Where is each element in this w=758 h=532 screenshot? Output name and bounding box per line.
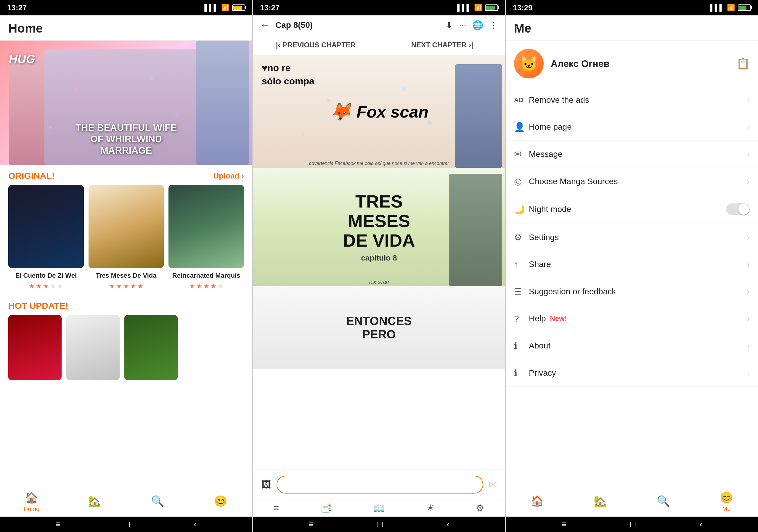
menu-item-about[interactable]: ℹ About › <box>506 332 758 359</box>
comments-button[interactable]: ··· <box>459 20 466 30</box>
home-nav-label: Home <box>24 506 39 513</box>
message-chevron: › <box>747 150 750 159</box>
ads-chevron: › <box>747 95 750 105</box>
me-nav-library[interactable]: 🏡 <box>569 487 632 516</box>
manga-title-3: Reincarnated Marquis <box>168 272 244 280</box>
manga-title-2: Tres Meses De Vida <box>88 272 164 280</box>
reader-nav-menu[interactable]: ≡ <box>274 503 279 514</box>
back-btn-me[interactable]: ‹ <box>699 519 702 529</box>
menu-item-remove-ads[interactable]: AD Remove the ads › <box>506 87 758 114</box>
avatar: 🐱 <box>514 49 544 79</box>
manga-card-3[interactable]: Reincarnated Marquis ★ ★ ★ ★ ★ <box>168 185 244 290</box>
language-button[interactable]: 🌐 <box>472 20 483 30</box>
hero-label: HUG <box>9 52 35 66</box>
reader-nav-page[interactable]: 📖 <box>373 502 385 514</box>
next-chapter-button[interactable]: NEXT CHAPTER ›| <box>379 35 505 55</box>
nav-me[interactable]: 😊 <box>189 487 252 516</box>
manga-thumb-3 <box>168 185 244 268</box>
hot-manga-row <box>0 315 252 386</box>
time-reader: 13:27 <box>260 3 280 13</box>
hot-thumb-1[interactable] <box>8 315 62 380</box>
reader-nav-chapters[interactable]: 📑 <box>320 502 332 514</box>
manga-thumb-2 <box>88 185 164 268</box>
profile-edit-button[interactable]: 📋 <box>737 57 750 70</box>
ads-icon: AD <box>514 96 529 104</box>
about-chevron: › <box>747 341 750 350</box>
hot-thumb-2[interactable] <box>66 315 120 380</box>
menu-item-settings[interactable]: ⚙ Settings › <box>506 224 758 251</box>
me-nav-me-label: Me <box>722 506 731 513</box>
menu-item-help[interactable]: ? Help New! › <box>506 305 758 332</box>
reader-back-button[interactable]: ← <box>260 19 269 30</box>
menu-item-message[interactable]: ✉ Message › <box>506 141 758 168</box>
fox-scan-caption: fox scan <box>253 279 505 285</box>
menu-item-homepage[interactable]: 👤 Home page › <box>506 114 758 141</box>
comment-input[interactable] <box>277 476 483 493</box>
hot-thumb-3[interactable] <box>124 315 178 380</box>
me-nav-home[interactable]: 🏠 <box>506 487 569 516</box>
menu-btn-home[interactable]: ≡ <box>56 519 60 529</box>
home-nav-icon: 🏠 <box>25 491 38 504</box>
status-bar-me: 13:29 ▌▌▌ 📶 <box>506 0 758 16</box>
me-nav-me[interactable]: 😊 Me <box>695 487 758 516</box>
menu-item-privacy[interactable]: ℹ Privacy › <box>506 359 758 387</box>
upload-link[interactable]: Upload › <box>214 171 244 181</box>
manga-stars-2: ★ ★ ★ ★ ★ <box>88 283 164 290</box>
settings-label: Settings <box>529 233 747 242</box>
share-chevron: › <box>747 260 750 269</box>
me-nav-icon: 😊 <box>214 495 227 508</box>
menu-item-share[interactable]: ↑ Share › <box>506 251 758 278</box>
phone-reader: 13:27 ▌▌▌ 📶 ← Cap 8(50) ⬇ ··· 🌐 ⋮ |‹ PRE… <box>252 0 505 532</box>
manga-grid: El Cuento De Zi Wei ★ ★ ★ ★ ★ Tres Meses… <box>0 185 252 296</box>
menu-item-manga-sources[interactable]: ◎ Choose Manga Sources › <box>506 168 758 195</box>
phone-home: 13:27 ▌▌▌ 📶 Home HUG THE BEAUTIFUL WIFEO… <box>0 0 252 532</box>
menu-item-feedback[interactable]: ☰ Suggestion or feedback › <box>506 278 758 305</box>
page1-advert: advertencia Facebook me odia así que noc… <box>253 161 505 166</box>
menu-item-night-mode[interactable]: 🌙 Night mode <box>506 195 758 224</box>
back-btn-home[interactable]: ‹ <box>194 519 196 529</box>
signal-me: ▌▌▌ <box>710 4 724 12</box>
night-label: Night mode <box>529 205 726 214</box>
nav-home[interactable]: 🏠 Home <box>0 487 63 516</box>
manga-card-1[interactable]: El Cuento De Zi Wei ★ ★ ★ ★ ★ <box>8 185 84 290</box>
me-nav-library-icon: 🏡 <box>594 495 607 508</box>
message-icon: ✉ <box>514 149 529 159</box>
settings-chevron: › <box>747 233 750 242</box>
prev-chapter-button[interactable]: |‹ PREVIOUS CHAPTER <box>253 35 379 55</box>
wifi-me: 📶 <box>727 4 735 12</box>
wifi-reader: 📶 <box>474 4 482 12</box>
page1-text: ♥no resólo compa <box>262 61 314 88</box>
me-header: Me <box>506 16 758 41</box>
manga-page-2: TRESMESESDE VIDA capitulo 8 fox scan <box>253 168 505 286</box>
me-bottom-nav: 🏠 🏡 🔍 😊 Me <box>506 487 758 516</box>
nav-library[interactable]: 🏡 <box>63 487 126 516</box>
feedback-chevron: › <box>747 287 750 296</box>
recents-btn-me[interactable]: □ <box>630 519 636 529</box>
profile-section: 🐱 Алекс Огнев 📋 <box>506 41 758 87</box>
manga-card-2[interactable]: Tres Meses De Vida ★ ★ ★ ★ ★ <box>88 185 164 290</box>
profile-name: Алекс Огнев <box>551 58 729 69</box>
hot-section-header: HOT UPDATE! <box>0 296 252 315</box>
menu-btn-me[interactable]: ≡ <box>561 519 566 529</box>
hero-banner[interactable]: HUG THE BEAUTIFUL WIFEOF WHIRLWINDMARRIA… <box>0 41 252 165</box>
sources-icon: ◎ <box>514 176 529 186</box>
reader-nav-settings[interactable]: ⚙ <box>476 502 484 514</box>
night-mode-toggle[interactable] <box>726 203 750 215</box>
back-btn-reader[interactable]: ‹ <box>446 519 449 529</box>
more-button[interactable]: ⋮ <box>489 20 498 30</box>
library-nav-icon: 🏡 <box>88 495 101 508</box>
menu-btn-reader[interactable]: ≡ <box>309 519 313 529</box>
ads-label: Remove the ads <box>529 95 747 105</box>
recents-btn-reader[interactable]: □ <box>378 519 383 529</box>
reader-nav-brightness[interactable]: ☀ <box>426 502 435 514</box>
send-button[interactable]: ✉ <box>486 476 499 493</box>
nav-search[interactable]: 🔍 <box>126 487 189 516</box>
recents-btn-home[interactable]: □ <box>125 519 130 529</box>
me-nav-search[interactable]: 🔍 <box>632 487 695 516</box>
reader-chapter-title: Cap 8(50) <box>275 20 440 30</box>
home-content: HUG THE BEAUTIFUL WIFEOF WHIRLWINDMARRIA… <box>0 41 252 487</box>
gallery-button[interactable]: 🖼 <box>259 476 274 493</box>
original-title: ORIGINAL! <box>8 171 55 181</box>
reader-nav-bottom: ≡ 📑 📖 ☀ ⚙ <box>253 499 505 516</box>
download-button[interactable]: ⬇ <box>446 20 453 30</box>
